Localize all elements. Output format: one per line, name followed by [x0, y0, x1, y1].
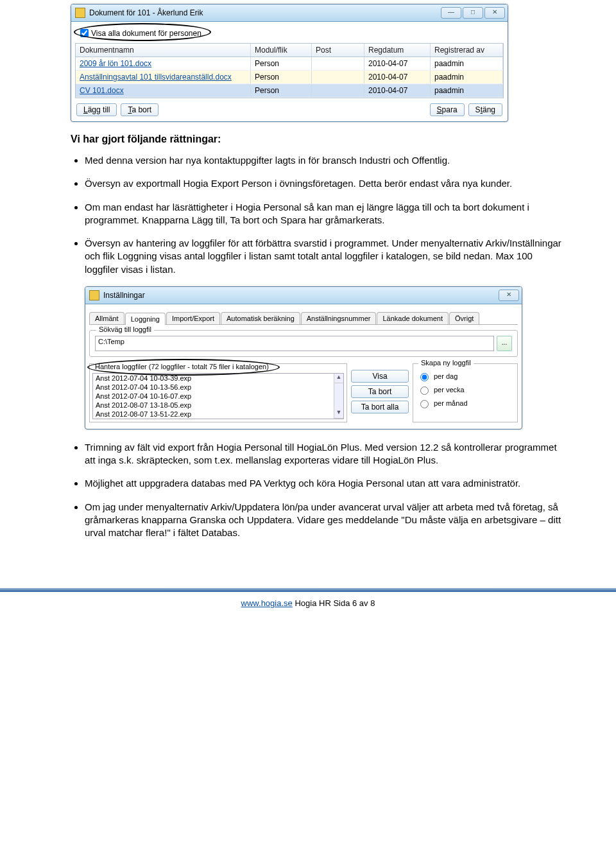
- tab-lankade-dokument[interactable]: Länkade dokument: [377, 312, 449, 324]
- list-item: Översyn av exportmall Hogia Export Perso…: [85, 177, 565, 190]
- path-input[interactable]: C:\Temp: [95, 336, 494, 351]
- close-button[interactable]: Stäng: [468, 103, 502, 116]
- tab-ovrigt[interactable]: Övrigt: [449, 312, 479, 324]
- show-all-checkbox[interactable]: [80, 29, 89, 37]
- path-fieldset: Sökväg till loggfil C:\Temp ...: [89, 330, 518, 357]
- footer-link[interactable]: www.hogia.se: [241, 598, 293, 608]
- dokument-window: Dokument för 101 - Åkerlund Erik — □ ✕ V…: [71, 4, 508, 122]
- close-icon[interactable]: ✕: [484, 7, 505, 19]
- col-modul[interactable]: Modul/flik: [251, 44, 312, 56]
- app-icon: [75, 8, 85, 18]
- browse-button[interactable]: ...: [497, 336, 512, 351]
- logfiles-legend: Hantera loggfiler (72 loggfiler - totalt…: [94, 363, 270, 370]
- list-item[interactable]: Anst 2012-07-04 10-13-56.exp: [93, 383, 334, 392]
- radio-per-dag[interactable]: per dag: [417, 371, 513, 381]
- logfiles-fieldset: Hantera loggfiler (72 loggfiler - totalt…: [89, 363, 347, 422]
- remove-button[interactable]: Ta bort: [121, 103, 158, 116]
- radio-per-vecka[interactable]: per vecka: [417, 385, 513, 395]
- tab-import-export[interactable]: Import/Export: [166, 312, 220, 324]
- table-header: Dokumentnamn Modul/flik Post Regdatum Re…: [76, 44, 503, 57]
- list-item: Möjlighet att uppgradera databas med PA …: [85, 477, 565, 490]
- app-icon: [89, 290, 99, 300]
- col-regdatum[interactable]: Regdatum: [364, 44, 431, 56]
- installningar-window: Inställningar ✕ Allmänt Loggning Import/…: [85, 286, 522, 429]
- bullet-list: Trimning av fält vid export från Hogia P…: [71, 441, 565, 540]
- maximize-icon[interactable]: □: [463, 7, 483, 19]
- col-post[interactable]: Post: [312, 44, 364, 56]
- add-button[interactable]: Lägg till: [76, 103, 117, 116]
- list-item[interactable]: Anst 2012-08-07 13-18-05.exp: [93, 401, 334, 410]
- list-item[interactable]: Anst 2012-07-04 10-03-39.exp: [93, 374, 334, 383]
- list-item: Om man endast har läsrättigheter i Hogia…: [85, 201, 565, 227]
- bullet-list: Med denna version har nya kontaktuppgift…: [71, 154, 565, 276]
- documents-table: Dokumentnamn Modul/flik Post Regdatum Re…: [75, 43, 504, 98]
- col-registrerad-av[interactable]: Registrerad av: [431, 44, 503, 56]
- logfile-list[interactable]: Anst 2012-07-04 10-03-39.exp Anst 2012-0…: [93, 374, 334, 419]
- path-legend: Sökväg till loggfil: [96, 325, 154, 333]
- show-button[interactable]: Visa: [351, 370, 409, 383]
- table-row[interactable]: Anställningsavtal 101 tillsvidareanställ…: [76, 71, 503, 84]
- save-button[interactable]: Spara: [430, 103, 465, 116]
- list-item: Med denna version har nya kontaktuppgift…: [85, 154, 565, 167]
- radio-legend: Skapa ny loggfil: [418, 359, 474, 367]
- list-item[interactable]: Anst 2012-07-04 10-16-07.exp: [93, 392, 334, 401]
- col-dokumentnamn[interactable]: Dokumentnamn: [76, 44, 251, 56]
- minimize-icon[interactable]: —: [441, 7, 461, 19]
- tab-allmant[interactable]: Allmänt: [89, 312, 124, 324]
- table-row[interactable]: CV 101.docx Person 2010-04-07 paadmin: [76, 84, 503, 98]
- scroll-down-icon[interactable]: ▼: [334, 409, 343, 419]
- tab-loggning[interactable]: Loggning: [125, 313, 166, 325]
- table-row[interactable]: 2009 år lön 101.docx Person 2010-04-07 p…: [76, 57, 503, 71]
- scrollbar[interactable]: ▲ ▼: [334, 374, 343, 419]
- create-logfile-fieldset: Skapa ny loggfil per dag per vecka per m…: [413, 363, 518, 422]
- show-all-checkbox-row: Visa alla dokument för personen: [75, 26, 504, 43]
- radio-per-manad[interactable]: per månad: [417, 398, 513, 408]
- window-title: Dokument för 101 - Åkerlund Erik: [89, 8, 441, 17]
- tabs: Allmänt Loggning Import/Export Automatis…: [89, 308, 518, 325]
- close-icon[interactable]: ✕: [499, 290, 519, 301]
- list-item: Trimning av fält vid export från Hogia P…: [85, 441, 565, 467]
- titlebar[interactable]: Inställningar ✕: [85, 287, 522, 304]
- list-item: Om jag under menyalternativ Arkiv/Uppdat…: [85, 501, 565, 540]
- tab-auto-berakning[interactable]: Automatisk beräkning: [221, 312, 300, 324]
- footer-text: Hogia HR Sida 6 av 8: [293, 598, 375, 608]
- list-item[interactable]: Anst 2012-08-07 13-51-22.exp: [93, 410, 334, 419]
- window-title: Inställningar: [103, 291, 499, 300]
- scroll-up-icon[interactable]: ▲: [334, 374, 343, 383]
- show-all-label: Visa alla dokument för personen: [91, 29, 201, 38]
- delete-button[interactable]: Ta bort: [351, 385, 409, 398]
- footer: www.hogia.se Hogia HR Sida 6 av 8: [0, 592, 616, 621]
- titlebar[interactable]: Dokument för 101 - Åkerlund Erik — □ ✕: [71, 4, 508, 22]
- list-item: Översyn av hantering av loggfiler för at…: [85, 237, 565, 276]
- delete-all-button[interactable]: Ta bort alla: [351, 401, 409, 413]
- tab-anstallningsnummer[interactable]: Anställningsnummer: [301, 312, 377, 324]
- section-heading: Vi har gjort följande rättningar:: [71, 134, 565, 145]
